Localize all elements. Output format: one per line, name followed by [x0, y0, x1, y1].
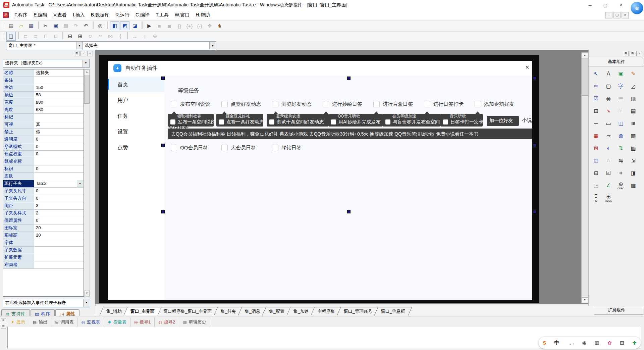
property-value[interactable]: [34, 239, 84, 246]
menu-item[interactable]: I.插入: [70, 12, 88, 18]
menu-item[interactable]: T.工具: [153, 12, 172, 18]
property-value[interactable]: [34, 261, 84, 268]
property-value[interactable]: 真: [34, 121, 84, 128]
toolbar-button[interactable]: ↷: [71, 21, 80, 30]
component-icon[interactable]: ─: [592, 119, 600, 128]
pane-float-icon[interactable]: ⊡: [630, 51, 635, 56]
toolbar-button[interactable]: [62, 32, 63, 39]
menu-item[interactable]: W.窗口: [172, 12, 193, 18]
checkbox[interactable]: [323, 101, 329, 107]
mdi-close-icon[interactable]: ×: [622, 12, 629, 18]
component-icon[interactable]: ∠: [604, 181, 613, 190]
selection-handle[interactable]: [533, 144, 536, 147]
toolbar-button[interactable]: {-}: [195, 21, 204, 30]
toolbar-button[interactable]: ⋈: [106, 32, 115, 41]
property-row[interactable]: 左边 150: [3, 84, 84, 92]
output-tab[interactable]: ▤ 输出: [29, 318, 51, 327]
pane-close-icon[interactable]: ×: [636, 51, 642, 56]
property-value[interactable]: 0: [34, 195, 84, 202]
toolbar-button[interactable]: ▤: [6, 21, 16, 30]
checkbox-item[interactable]: 添加企鹅好友: [475, 100, 525, 108]
toolbar-button[interactable]: ♞: [215, 21, 224, 30]
toolbar-button[interactable]: ▦: [26, 21, 36, 30]
toolbar-button[interactable]: [18, 32, 19, 39]
ime-item[interactable]: ✿: [607, 340, 612, 346]
event-handler-combo[interactable]: 在此处选择加入事件处理子程序 ▼: [3, 299, 90, 307]
form-designer[interactable]: ✦ 自动任务插件 × 首页用户任务设置点赞 等级任务: [95, 50, 588, 304]
output-tab[interactable]: ❖ 变量表: [104, 318, 130, 327]
checkbox[interactable]: [272, 101, 278, 107]
output-tab[interactable]: ◎ 搜寻1: [130, 318, 155, 327]
checkbox[interactable]: [221, 101, 228, 107]
ime-item[interactable]: ，.: [568, 340, 574, 346]
component-icon[interactable]: ◉: [604, 94, 613, 103]
pane-toggle-icon[interactable]: ▥: [1, 324, 6, 329]
pane-dock-icon[interactable]: ⊟: [623, 51, 629, 56]
property-value[interactable]: 58: [34, 92, 84, 99]
component-icon[interactable]: ☑: [604, 168, 613, 178]
component-icon[interactable]: ▤: [629, 106, 638, 115]
toolbar-button[interactable]: [127, 32, 128, 39]
toolbar-button[interactable]: ⊐: [31, 32, 40, 41]
scrollbar-thumb[interactable]: [582, 58, 588, 96]
document-tab[interactable]: 窗口_主界面: [124, 307, 162, 315]
checkbox[interactable]: [272, 145, 278, 151]
component-icon[interactable]: A: [604, 69, 613, 78]
component-icon[interactable]: ◌: [604, 156, 613, 165]
component-icon[interactable]: ⊟: [592, 168, 600, 178]
checkbox[interactable]: [171, 101, 177, 107]
property-row[interactable]: 皮肤: [3, 173, 84, 180]
property-row[interactable]: 标记: [3, 114, 84, 121]
checkbox[interactable]: [221, 145, 228, 151]
toolbar-button[interactable]: ◎: [96, 21, 105, 30]
selection-handle[interactable]: [161, 210, 165, 213]
document-tab[interactable]: 窗口_信息框: [374, 307, 412, 315]
property-value[interactable]: 0: [34, 165, 84, 172]
property-row[interactable]: 扩展元素: [3, 254, 84, 261]
toolbar-button[interactable]: ▩: [61, 21, 70, 30]
checkbox[interactable]: [424, 101, 430, 107]
ime-item[interactable]: 中: [554, 340, 559, 346]
toolbar-button[interactable]: {+}: [185, 21, 194, 30]
menu-item[interactable]: F.程序: [11, 12, 31, 18]
component-icon[interactable]: ◫: [616, 119, 625, 128]
checkbox-item[interactable]: 进行盲盒日签: [373, 100, 424, 108]
component-icon[interactable]: ↹: [616, 156, 625, 165]
toolbox-header-extended[interactable]: 扩展组件: [590, 306, 643, 315]
toolbar-grip[interactable]: [2, 33, 4, 40]
sidebar-item[interactable]: 设置: [108, 124, 164, 140]
property-value[interactable]: 选择夹: [34, 69, 84, 77]
component-icon[interactable]: ≣: [616, 94, 625, 103]
property-value[interactable]: [34, 77, 84, 84]
component-icon[interactable]: ⌗: [616, 168, 625, 178]
property-row[interactable]: 可视 真: [3, 121, 84, 129]
toolbar-button[interactable]: ≎: [86, 32, 95, 41]
toolbar-button[interactable]: ⊕: [150, 32, 160, 41]
component-icon[interactable]: ◷: [592, 156, 600, 165]
toolbar-button[interactable]: [107, 21, 108, 29]
component-icon[interactable]: ▨: [629, 131, 638, 140]
toolbar-button[interactable]: ✥: [205, 21, 214, 30]
menu-item[interactable]: E.编辑: [31, 12, 50, 18]
property-row[interactable]: 穿透模式 0: [3, 143, 84, 151]
toolbar-button[interactable]: [142, 21, 143, 29]
property-value[interactable]: [34, 173, 84, 180]
output-tab[interactable]: ◎ 监视表: [77, 318, 104, 327]
component-icon[interactable]: ⊞ ODBC: [604, 193, 613, 202]
property-value[interactable]: [34, 114, 84, 121]
ime-item[interactable]: ⊞: [620, 340, 624, 346]
property-value[interactable]: 150: [34, 84, 84, 91]
pane-float-icon[interactable]: ▫: [80, 51, 86, 56]
property-value[interactable]: 20: [34, 224, 84, 232]
property-row[interactable]: 顶边 58: [3, 92, 84, 99]
property-value[interactable]: 630: [34, 106, 84, 113]
component-selector[interactable]: 选择夹 ▼: [82, 41, 216, 50]
ime-item[interactable]: ◉: [582, 340, 586, 346]
component-icon[interactable]: ✑: [592, 82, 600, 91]
property-scrollbar[interactable]: ∧ ∨: [84, 69, 90, 297]
chevron-down-icon[interactable]: ▼: [83, 299, 90, 307]
property-value[interactable]: [34, 158, 84, 165]
ime-item[interactable]: ▦: [595, 340, 599, 346]
toolbar-button[interactable]: ▱: [16, 21, 26, 30]
property-row[interactable]: 名称 选择夹: [3, 69, 84, 77]
